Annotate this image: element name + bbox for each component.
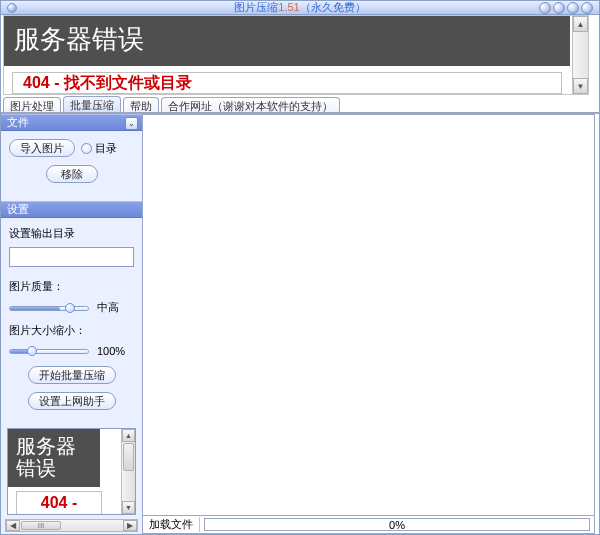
content-panel: 加载文件 0% — [143, 114, 595, 534]
sidebar: 文件 ⌄ 导入图片 目录 移除 设置 设置输 — [1, 114, 143, 534]
preview-error-code: 404 - — [17, 494, 101, 512]
title-version: 1.51 — [278, 1, 299, 13]
scroll-up-icon[interactable]: ▲ — [122, 429, 135, 442]
group-body-file: 导入图片 目录 移除 — [1, 131, 142, 201]
title-appname: 图片压缩 — [234, 1, 278, 13]
tab-partner[interactable]: 合作网址（谢谢对本软件的支持） — [161, 97, 340, 113]
scroll-right-icon[interactable]: ▶ — [123, 520, 137, 531]
quality-value: 中高 — [97, 300, 119, 315]
net-helper-button[interactable]: 设置上网助手 — [28, 392, 116, 410]
import-images-button[interactable]: 导入图片 — [9, 139, 75, 157]
radio-directory-label: 目录 — [95, 141, 117, 156]
minimize2-button[interactable] — [567, 2, 579, 14]
preview-heading: 服务器 错误 — [8, 429, 100, 487]
banner-heading: 服务器错误 — [4, 16, 570, 66]
shrink-value: 100% — [97, 345, 125, 357]
scroll-down-icon[interactable]: ▼ — [573, 78, 588, 94]
group-settings-label: 设置 — [7, 202, 29, 217]
title-suffix: （永久免费） — [300, 1, 366, 13]
output-dir-label: 设置输出目录 — [9, 226, 134, 241]
banner-error-code: 404 - — [13, 74, 64, 91]
hscroll-thumb[interactable]: III — [21, 521, 61, 530]
banner-frame: 服务器错误 404 - 找不到文件或目录 ▲ ▼ — [1, 15, 599, 95]
banner-inner: 服务器错误 404 - 找不到文件或目录 ▲ ▼ — [3, 15, 589, 95]
group-header-settings[interactable]: 设置 — [1, 201, 142, 218]
start-compress-button[interactable]: 开始批量压缩 — [28, 366, 116, 384]
scroll-left-icon[interactable]: ◀ — [6, 520, 20, 531]
quality-slider[interactable] — [9, 301, 89, 315]
status-bar: 加载文件 0% — [143, 515, 594, 533]
maximize-button[interactable] — [553, 2, 565, 14]
preview-panel: 服务器 错误 404 - 找不到 ▲ ▼ — [7, 428, 136, 515]
shrink-label: 图片大小缩小： — [9, 323, 134, 338]
scroll-down-icon[interactable]: ▼ — [122, 501, 135, 514]
tab-batch-compress[interactable]: 批量压缩 — [63, 96, 121, 113]
quality-label: 图片质量： — [9, 279, 134, 294]
minimize-button[interactable] — [539, 2, 551, 14]
banner-error-box: 404 - 找不到文件或目录 — [12, 72, 562, 94]
group-file-label: 文件 — [7, 115, 29, 130]
window-title: 图片压缩1.51（永久免费） — [234, 0, 365, 15]
banner-scrollbar[interactable]: ▲ ▼ — [572, 16, 588, 94]
progress-percent: 0% — [389, 519, 405, 531]
banner-error-msg: 找不到文件或目录 — [64, 74, 192, 91]
progress-bar: 0% — [204, 518, 590, 531]
main-area: 文件 ⌄ 导入图片 目录 移除 设置 设置输 — [1, 113, 599, 534]
scroll-up-icon[interactable]: ▲ — [573, 16, 588, 32]
close-button[interactable] — [581, 2, 593, 14]
radio-directory[interactable] — [81, 143, 92, 154]
tab-image-process[interactable]: 图片处理 — [3, 97, 61, 113]
scroll-thumb[interactable] — [123, 443, 134, 471]
tab-strip: 图片处理 批量压缩 帮助 合作网址（谢谢对本软件的支持） — [1, 95, 599, 113]
title-bar: 图片压缩1.51（永久免费） — [1, 1, 599, 15]
chevron-down-icon[interactable]: ⌄ — [125, 117, 138, 130]
content-blank — [143, 115, 594, 515]
sysmenu-icon[interactable] — [7, 3, 17, 13]
output-dir-input[interactable] — [9, 247, 134, 267]
group-header-file[interactable]: 文件 ⌄ — [1, 114, 142, 131]
preview-error-msg: 找不到 — [17, 512, 101, 515]
sidebar-hscroll[interactable]: ◀ III ▶ — [5, 519, 138, 532]
remove-button[interactable]: 移除 — [46, 165, 98, 183]
preview-scrollbar[interactable]: ▲ ▼ — [121, 429, 135, 514]
window-controls — [539, 2, 593, 14]
preview-error-box: 404 - 找不到 — [16, 491, 102, 515]
tab-help[interactable]: 帮助 — [123, 97, 159, 113]
app-window: 图片压缩1.51（永久免费） 服务器错误 404 - 找不到文件或目录 ▲ ▼ — [0, 0, 600, 535]
group-body-settings: 设置输出目录 图片质量： 中高 图片大小缩小： — [1, 218, 142, 428]
status-label: 加载文件 — [143, 517, 200, 532]
shrink-slider[interactable] — [9, 344, 89, 358]
